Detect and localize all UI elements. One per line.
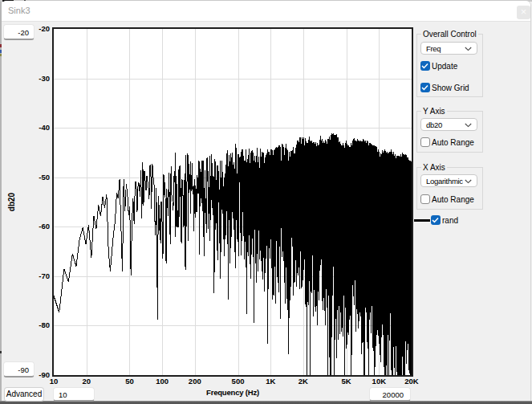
y-tick-label: -50 [26, 173, 50, 182]
y-tick-label: -40 [26, 123, 50, 132]
overall-control-dropdown[interactable]: Freq [420, 42, 477, 55]
y-tick-label: -60 [26, 222, 50, 231]
chevron-down-icon [465, 123, 472, 128]
chevron-stroke [465, 124, 471, 127]
x-min-value: 10 [59, 390, 67, 398]
x-tick-label: 500 [222, 377, 254, 386]
x-max-field[interactable]: 20000 [369, 387, 411, 402]
chevron-down-icon [465, 47, 472, 51]
x-tick-label: 20K [396, 377, 428, 386]
check-icon [421, 63, 428, 69]
x-min-field[interactable]: 10 [53, 387, 95, 402]
x-auto-range-checkbox[interactable] [420, 194, 430, 204]
y-tick-label: -80 [26, 320, 50, 329]
x-tick-label: 50 [113, 377, 145, 386]
x-tick-label: 20 [71, 377, 103, 386]
x-max-value: 20000 [383, 390, 404, 398]
show-grid-checkbox[interactable] [420, 83, 430, 92]
group-title: Overall Control [421, 30, 478, 39]
x-tick-label: 1K [254, 377, 286, 386]
y-axis-title: db20 [7, 186, 16, 218]
y-auto-range-checkbox[interactable] [420, 137, 430, 147]
x-tick-label: 100 [146, 377, 178, 386]
chevron-stroke [465, 180, 471, 183]
x-axis-dropdown[interactable]: Logarithmic [420, 174, 477, 187]
y-min-spinbox[interactable]: -90 [3, 361, 35, 377]
group-x-axis: X Axis Logarithmic Auto Range [416, 167, 483, 210]
y-max-value: -20 [18, 27, 29, 36]
y-axis-dropdown[interactable]: db20 [420, 118, 477, 131]
group-title: X Axis [421, 163, 447, 172]
x-tick-label: 2K [287, 377, 319, 386]
legend-line-sample [414, 219, 430, 222]
dropdown-value: Freq [426, 44, 441, 53]
x-tick-label: 10K [363, 377, 395, 386]
group-title: Y Axis [421, 107, 447, 116]
dropdown-value: db20 [426, 120, 442, 129]
x-tick-label: 200 [179, 377, 211, 386]
chevron-stroke [465, 47, 471, 51]
y-min-value: -90 [18, 365, 29, 373]
x-tick-label: 5K [331, 377, 363, 386]
check-icon [432, 217, 439, 223]
chevron-down-icon [465, 179, 472, 184]
group-y-axis: Y Axis db20 Auto Range [416, 111, 483, 153]
x-axis-title: Frequency (Hz) [201, 388, 265, 397]
update-checkbox[interactable] [420, 61, 430, 71]
advanced-button[interactable]: Advanced [4, 387, 44, 402]
legend-rand-checkbox[interactable] [431, 215, 441, 225]
sink-window: Sink3 × 1020501002005001K2K5K10K20K-20-3… [2, 1, 531, 401]
check-icon [421, 84, 428, 91]
dropdown-value: Logarithmic [426, 177, 463, 186]
y-tick-label: -30 [26, 74, 50, 83]
y-tick-label: -70 [26, 271, 50, 280]
y-max-spinbox[interactable]: -20 [3, 24, 35, 40]
group-overall-control: Overall Control Freq Update Show Grid [416, 34, 483, 97]
